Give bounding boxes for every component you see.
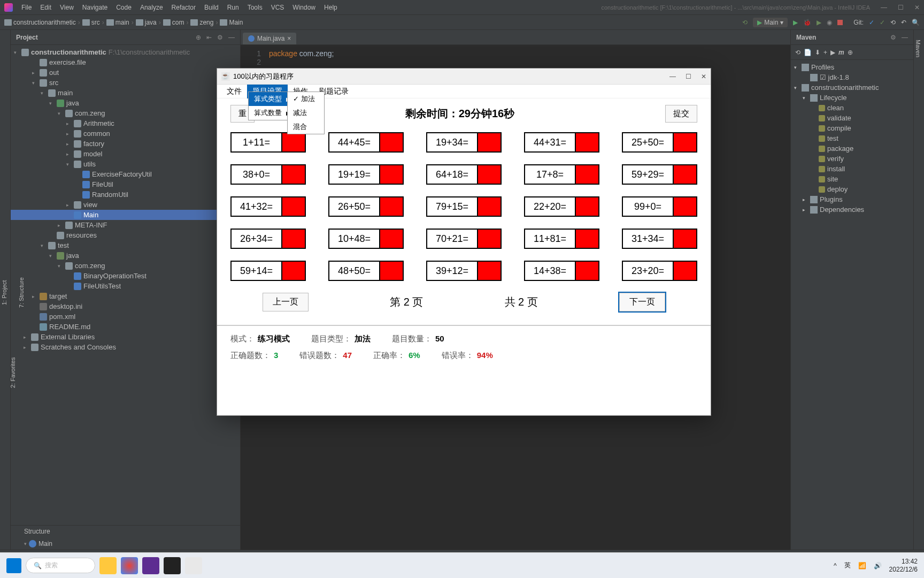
tree-node-common[interactable]: ▸common	[11, 128, 240, 139]
start-button[interactable]	[6, 558, 21, 573]
hide-icon[interactable]: —	[902, 34, 908, 41]
hide-icon[interactable]: —	[228, 34, 235, 41]
tree-node-resources[interactable]: resources	[11, 230, 240, 240]
menu-code[interactable]: Code	[112, 2, 136, 13]
minimize-icon[interactable]: —	[881, 4, 887, 11]
debug-button[interactable]: 🐞	[803, 19, 811, 26]
maven-node-constructionarithmetic[interactable]: ▾constructionarithmetic	[791, 82, 913, 93]
tree-node-randomutil[interactable]: RandomUtil	[11, 189, 240, 200]
run-icon[interactable]: ▶	[830, 49, 835, 56]
answer-input[interactable]	[281, 165, 305, 184]
answer-input[interactable]	[673, 197, 696, 216]
run-config-selector[interactable]: ▶ Main ▾	[753, 18, 788, 27]
project-tree[interactable]: ▾constructionarithmetic F:\1\constructio…	[11, 45, 240, 525]
vcs-rollback-icon[interactable]: ↶	[901, 19, 906, 26]
menu-build[interactable]: Build	[200, 2, 223, 13]
menu-run[interactable]: Run	[223, 2, 243, 13]
build-hammer-icon[interactable]: ⟲	[742, 19, 748, 26]
menu-view[interactable]: View	[56, 2, 78, 13]
tree-node-test[interactable]: ▾test	[11, 240, 240, 250]
tree-node-fileutil[interactable]: FileUtil	[11, 179, 240, 189]
search-icon[interactable]: 🔍	[912, 19, 920, 26]
prev-page-button[interactable]: 上一页	[263, 293, 309, 311]
download-icon[interactable]: ⬇	[815, 49, 820, 56]
answer-input[interactable]	[477, 165, 500, 184]
dialog-menu-0[interactable]: 文件	[221, 85, 247, 98]
tree-node-target[interactable]: ▸target	[11, 291, 240, 301]
maven-node-install[interactable]: install	[791, 164, 913, 174]
editor-tab-main[interactable]: Main.java ×	[243, 33, 296, 44]
menu-vcs[interactable]: VCS	[267, 2, 289, 13]
maximize-icon[interactable]: ☐	[898, 4, 904, 11]
submenu-option[interactable]: 混合	[288, 120, 324, 134]
tree-node-src[interactable]: ▾src	[11, 78, 240, 88]
answer-input[interactable]	[379, 197, 403, 216]
maven-node-verify[interactable]: verify	[791, 154, 913, 164]
maven-node---jdk-1-8[interactable]: ☑ jdk-1.8	[791, 72, 913, 82]
maven-node-site[interactable]: site	[791, 174, 913, 184]
java-app-icon[interactable]	[185, 557, 202, 574]
answer-input[interactable]	[477, 133, 500, 151]
menu-file[interactable]: File	[17, 2, 36, 13]
operation-type-submenu[interactable]: ✓ 加法减法混合	[287, 92, 325, 134]
maven-node-compile[interactable]: compile	[791, 123, 913, 133]
menu-window[interactable]: Window	[288, 2, 320, 13]
app-icon-1[interactable]	[142, 557, 159, 574]
answer-input[interactable]	[379, 262, 403, 280]
stop-button[interactable]	[837, 20, 843, 25]
breadcrumb-item[interactable]: Main	[220, 19, 243, 26]
tree-node-readme-md[interactable]: README.md	[11, 322, 240, 332]
answer-input[interactable]	[379, 133, 403, 151]
answer-input[interactable]	[281, 133, 305, 151]
maven-node-package[interactable]: package	[791, 143, 913, 154]
tree-node-pom-xml[interactable]: pom.xml	[11, 311, 240, 322]
tree-node-arithmetic[interactable]: ▸Arithmetic	[11, 118, 240, 128]
tree-node-factory[interactable]: ▸factory	[11, 139, 240, 149]
tree-node-com-zeng[interactable]: ▾com.zeng	[11, 108, 240, 118]
tree-node-com-zeng[interactable]: ▾com.zeng	[11, 261, 240, 271]
answer-input[interactable]	[477, 197, 500, 216]
menu-analyze[interactable]: Analyze	[136, 2, 167, 13]
add-icon[interactable]: +	[823, 49, 827, 56]
project-tool-tab[interactable]: 1: Project	[0, 35, 9, 550]
vcs-commit-icon[interactable]: ✓	[880, 19, 885, 26]
answer-input[interactable]	[575, 165, 598, 184]
vcs-update-icon[interactable]: ✓	[869, 19, 874, 26]
maven-tool-tab[interactable]: Maven	[914, 35, 922, 550]
maven-node-test[interactable]: test	[791, 133, 913, 143]
maven-node-profiles[interactable]: ▾Profiles	[791, 62, 913, 72]
maven-m-icon[interactable]: m	[838, 49, 844, 56]
tree-node-desktop-ini[interactable]: desktop.ini	[11, 301, 240, 311]
tree-node-main[interactable]: ▾main	[11, 88, 240, 98]
maven-node-plugins[interactable]: ▸Plugins	[791, 194, 913, 204]
answer-input[interactable]	[673, 262, 696, 280]
tree-node-main[interactable]: Main	[11, 210, 240, 220]
tray-volume-icon[interactable]: 🔊	[874, 562, 882, 569]
toggle-icon[interactable]: ⊕	[848, 49, 853, 56]
tree-node-view[interactable]: ▸view	[11, 200, 240, 210]
tray-wifi-icon[interactable]: 📶	[858, 562, 866, 569]
profile-button[interactable]: ◉	[827, 19, 832, 26]
chrome-icon[interactable]	[121, 557, 138, 574]
reimport-icon[interactable]: ⟲	[795, 49, 800, 56]
vcs-history-icon[interactable]: ⟲	[890, 19, 896, 26]
answer-input[interactable]	[575, 197, 598, 216]
tree-node-out[interactable]: ▸out	[11, 67, 240, 78]
tree-node-model[interactable]: ▸model	[11, 149, 240, 159]
select-opened-icon[interactable]: ⊕	[196, 34, 201, 41]
tree-node-java[interactable]: ▾java	[11, 98, 240, 108]
tree-node-meta-inf[interactable]: ▸META-INF	[11, 220, 240, 230]
submenu-option[interactable]: 减法	[288, 106, 324, 120]
tree-node-exercise-file[interactable]: exercise.file	[11, 57, 240, 67]
close-tab-icon[interactable]: ×	[287, 35, 291, 42]
menu-refactor[interactable]: Refactor	[167, 2, 200, 13]
menu-edit[interactable]: Edit	[36, 2, 56, 13]
answer-input[interactable]	[575, 133, 598, 151]
breadcrumb-item[interactable]: zeng	[190, 19, 213, 26]
breadcrumb-item[interactable]: src	[82, 19, 100, 26]
submenu-option[interactable]: ✓ 加法	[288, 92, 324, 106]
submit-button[interactable]: 提交	[665, 105, 697, 123]
collapse-all-icon[interactable]: ⇤	[206, 34, 212, 41]
taskbar-clock[interactable]: 13:42 2022/12/6	[889, 558, 918, 573]
answer-input[interactable]	[477, 262, 500, 280]
